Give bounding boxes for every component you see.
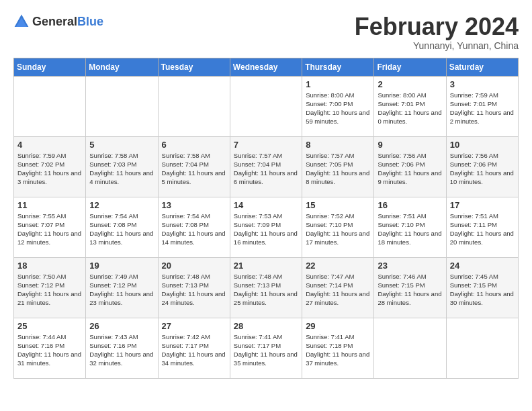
day-detail: Sunrise: 7:45 AM Sunset: 7:15 PM Dayligh…	[450, 272, 515, 308]
day-detail: Sunrise: 7:48 AM Sunset: 7:13 PM Dayligh…	[162, 272, 226, 308]
header-saturday: Saturday	[446, 58, 518, 76]
calendar-cell: 6Sunrise: 7:58 AM Sunset: 7:04 PM Daylig…	[158, 136, 230, 197]
calendar-cell: 2Sunrise: 8:00 AM Sunset: 7:01 PM Daylig…	[374, 76, 446, 136]
header-tuesday: Tuesday	[158, 58, 230, 76]
day-detail: Sunrise: 7:42 AM Sunset: 7:17 PM Dayligh…	[162, 332, 226, 368]
day-number: 26	[89, 321, 154, 331]
calendar-cell: 15Sunrise: 7:52 AM Sunset: 7:10 PM Dayli…	[302, 197, 374, 257]
day-detail: Sunrise: 7:51 AM Sunset: 7:11 PM Dayligh…	[450, 212, 515, 247]
day-number: 7	[234, 140, 298, 150]
calendar-week-3: 11Sunrise: 7:55 AM Sunset: 7:07 PM Dayli…	[14, 197, 519, 257]
calendar-cell: 8Sunrise: 7:57 AM Sunset: 7:05 PM Daylig…	[302, 136, 374, 197]
day-number: 6	[162, 140, 226, 150]
day-detail: Sunrise: 8:00 AM Sunset: 7:01 PM Dayligh…	[378, 91, 442, 126]
calendar-week-1: 1Sunrise: 8:00 AM Sunset: 7:00 PM Daylig…	[14, 76, 519, 136]
day-detail: Sunrise: 7:58 AM Sunset: 7:03 PM Dayligh…	[89, 151, 154, 187]
calendar-cell: 17Sunrise: 7:51 AM Sunset: 7:11 PM Dayli…	[446, 197, 518, 257]
day-detail: Sunrise: 8:00 AM Sunset: 7:00 PM Dayligh…	[306, 91, 370, 126]
calendar-cell: 26Sunrise: 7:43 AM Sunset: 7:16 PM Dayli…	[86, 318, 158, 378]
day-number: 12	[89, 200, 154, 210]
day-detail: Sunrise: 7:56 AM Sunset: 7:06 PM Dayligh…	[378, 151, 442, 187]
calendar-cell	[374, 318, 446, 378]
calendar-week-2: 4Sunrise: 7:59 AM Sunset: 7:02 PM Daylig…	[14, 136, 519, 197]
logo: GeneralBlue	[13, 13, 103, 30]
calendar-cell: 28Sunrise: 7:41 AM Sunset: 7:17 PM Dayli…	[230, 318, 302, 378]
calendar-cell: 3Sunrise: 7:59 AM Sunset: 7:01 PM Daylig…	[446, 76, 518, 136]
calendar-cell: 10Sunrise: 7:56 AM Sunset: 7:06 PM Dayli…	[446, 136, 518, 197]
day-detail: Sunrise: 7:55 AM Sunset: 7:07 PM Dayligh…	[17, 212, 82, 247]
day-detail: Sunrise: 7:54 AM Sunset: 7:08 PM Dayligh…	[89, 212, 154, 247]
day-detail: Sunrise: 7:44 AM Sunset: 7:16 PM Dayligh…	[17, 332, 82, 368]
subtitle: Yunnanyi, Yunnan, China	[355, 40, 519, 51]
day-detail: Sunrise: 7:57 AM Sunset: 7:04 PM Dayligh…	[234, 151, 298, 187]
day-detail: Sunrise: 7:47 AM Sunset: 7:14 PM Dayligh…	[306, 272, 370, 308]
day-number: 5	[89, 140, 154, 150]
calendar-cell: 20Sunrise: 7:48 AM Sunset: 7:13 PM Dayli…	[158, 257, 230, 318]
day-number: 20	[162, 261, 226, 271]
calendar-cell: 19Sunrise: 7:49 AM Sunset: 7:12 PM Dayli…	[86, 257, 158, 318]
calendar-cell: 22Sunrise: 7:47 AM Sunset: 7:14 PM Dayli…	[302, 257, 374, 318]
calendar-cell: 29Sunrise: 7:41 AM Sunset: 7:18 PM Dayli…	[302, 318, 374, 378]
day-detail: Sunrise: 7:59 AM Sunset: 7:02 PM Dayligh…	[17, 151, 82, 187]
day-number: 15	[306, 200, 370, 210]
header-monday: Monday	[86, 58, 158, 76]
day-detail: Sunrise: 7:46 AM Sunset: 7:15 PM Dayligh…	[378, 272, 442, 308]
day-detail: Sunrise: 7:41 AM Sunset: 7:18 PM Dayligh…	[306, 332, 370, 368]
day-number: 14	[234, 200, 298, 210]
calendar-cell: 18Sunrise: 7:50 AM Sunset: 7:12 PM Dayli…	[14, 257, 86, 318]
calendar-cell: 16Sunrise: 7:51 AM Sunset: 7:10 PM Dayli…	[374, 197, 446, 257]
calendar-cell: 14Sunrise: 7:53 AM Sunset: 7:09 PM Dayli…	[230, 197, 302, 257]
day-number: 3	[450, 79, 515, 89]
header-thursday: Thursday	[302, 58, 374, 76]
day-detail: Sunrise: 7:41 AM Sunset: 7:17 PM Dayligh…	[234, 332, 298, 368]
header-friday: Friday	[374, 58, 446, 76]
day-detail: Sunrise: 7:54 AM Sunset: 7:08 PM Dayligh…	[162, 212, 226, 247]
calendar-week-5: 25Sunrise: 7:44 AM Sunset: 7:16 PM Dayli…	[14, 318, 519, 378]
calendar-cell: 12Sunrise: 7:54 AM Sunset: 7:08 PM Dayli…	[86, 197, 158, 257]
logo-blue: Blue	[77, 15, 103, 28]
day-number: 1	[306, 79, 370, 89]
day-number: 10	[450, 140, 515, 150]
calendar-cell: 1Sunrise: 8:00 AM Sunset: 7:00 PM Daylig…	[302, 76, 374, 136]
title-area: February 2024 Yunnanyi, Yunnan, China	[355, 13, 519, 51]
day-number: 8	[306, 140, 370, 150]
day-detail: Sunrise: 7:56 AM Sunset: 7:06 PM Dayligh…	[450, 151, 515, 187]
header: GeneralBlue February 2024 Yunnanyi, Yunn…	[13, 13, 519, 51]
calendar-cell: 11Sunrise: 7:55 AM Sunset: 7:07 PM Dayli…	[14, 197, 86, 257]
header-wednesday: Wednesday	[230, 58, 302, 76]
calendar-cell: 27Sunrise: 7:42 AM Sunset: 7:17 PM Dayli…	[158, 318, 230, 378]
calendar-cell	[230, 76, 302, 136]
day-number: 9	[378, 140, 442, 150]
calendar-cell	[158, 76, 230, 136]
day-number: 19	[89, 261, 154, 271]
calendar-cell: 9Sunrise: 7:56 AM Sunset: 7:06 PM Daylig…	[374, 136, 446, 197]
day-number: 23	[378, 261, 442, 271]
logo-icon	[13, 13, 30, 30]
calendar-week-4: 18Sunrise: 7:50 AM Sunset: 7:12 PM Dayli…	[14, 257, 519, 318]
day-number: 25	[17, 321, 82, 331]
calendar-cell: 5Sunrise: 7:58 AM Sunset: 7:03 PM Daylig…	[86, 136, 158, 197]
day-number: 18	[17, 261, 82, 271]
calendar-table: Sunday Monday Tuesday Wednesday Thursday…	[13, 58, 519, 379]
calendar-cell	[446, 318, 518, 378]
day-detail: Sunrise: 7:49 AM Sunset: 7:12 PM Dayligh…	[89, 272, 154, 308]
day-detail: Sunrise: 7:58 AM Sunset: 7:04 PM Dayligh…	[162, 151, 226, 187]
day-number: 27	[162, 321, 226, 331]
day-number: 11	[17, 200, 82, 210]
logo-general: General	[32, 15, 77, 28]
day-detail: Sunrise: 7:53 AM Sunset: 7:09 PM Dayligh…	[234, 212, 298, 247]
day-detail: Sunrise: 7:51 AM Sunset: 7:10 PM Dayligh…	[378, 212, 442, 247]
day-number: 24	[450, 261, 515, 271]
day-detail: Sunrise: 7:59 AM Sunset: 7:01 PM Dayligh…	[450, 91, 515, 126]
day-detail: Sunrise: 7:43 AM Sunset: 7:16 PM Dayligh…	[89, 332, 154, 368]
day-number: 29	[306, 321, 370, 331]
calendar-cell	[86, 76, 158, 136]
day-number: 22	[306, 261, 370, 271]
calendar-cell	[14, 76, 86, 136]
calendar-cell: 13Sunrise: 7:54 AM Sunset: 7:08 PM Dayli…	[158, 197, 230, 257]
day-number: 17	[450, 200, 515, 210]
day-detail: Sunrise: 7:48 AM Sunset: 7:13 PM Dayligh…	[234, 272, 298, 308]
logo-text: GeneralBlue	[32, 15, 103, 28]
day-number: 2	[378, 79, 442, 89]
day-number: 13	[162, 200, 226, 210]
